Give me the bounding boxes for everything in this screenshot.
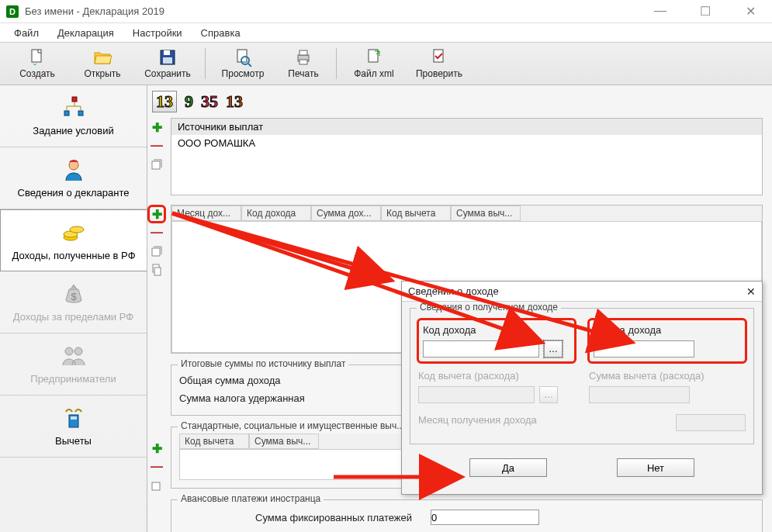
sidebar-item-deductions[interactable]: Вычеты (0, 396, 147, 458)
sidebar-item-income-rf[interactable]: Доходы, полученные в РФ (0, 209, 147, 271)
rate-35[interactable]: 35 (201, 92, 218, 112)
save-button[interactable]: Сохранить (135, 43, 200, 84)
create-button[interactable]: Создать (5, 43, 70, 84)
remove-income-button[interactable]: — (149, 225, 164, 240)
svg-point-20 (65, 347, 73, 355)
svg-rect-12 (72, 97, 77, 102)
ded-col-sum[interactable]: Сумма выч... (249, 434, 319, 449)
month-field: Месяц получения дохода (418, 414, 575, 431)
sidebar-item-entrepreneur[interactable]: Предприниматели (0, 333, 147, 396)
sidebar-label: Задание условий (33, 125, 113, 136)
svg-line-6 (248, 64, 251, 67)
rate-13-orange[interactable]: 13 (226, 92, 243, 112)
foreign-input[interactable] (431, 510, 539, 525)
total-sum-label: Общая сумма дохода (179, 375, 281, 386)
add-income-button[interactable]: ✚ (149, 206, 164, 222)
ded-sum-field: Сумма вычета (расхода) (589, 370, 746, 403)
folder-open-icon (93, 48, 112, 67)
person-icon (61, 157, 86, 182)
dialog-titlebar[interactable]: Сведения о доходе ✕ (402, 282, 762, 302)
menu-file[interactable]: Файл (6, 26, 47, 40)
svg-point-18 (70, 226, 84, 233)
sources-tools: ✚ — (149, 119, 168, 172)
svg-rect-14 (78, 111, 83, 116)
create-label: Создать (19, 68, 55, 79)
remove-deduction-button[interactable]: — (149, 459, 164, 475)
svg-rect-11 (434, 50, 443, 62)
month-label: Месяц получения дохода (418, 414, 575, 426)
window-title: Без имени - Декларация 2019 (25, 5, 645, 17)
rate-13-yellow[interactable]: 13 (152, 91, 177, 112)
sources-header: Источники выплат (171, 119, 762, 135)
open-label: Открыть (84, 68, 120, 79)
menubar: Файл Декларация Настройки Справка (0, 23, 772, 42)
copy-income-button[interactable] (149, 262, 164, 278)
deductions-title: Стандартные, социальные и имущественные … (178, 420, 407, 431)
check-icon (430, 48, 448, 67)
income-grid-header: Месяц дох... Код дохода Сумма дох... Код… (171, 206, 762, 221)
income-code-lookup-button[interactable]: … (544, 340, 563, 358)
close-button[interactable]: ✕ (735, 4, 766, 19)
dialog-title: Сведения о доходе (408, 285, 746, 297)
menu-settings[interactable]: Настройки (125, 26, 190, 40)
col-code[interactable]: Код дохода (241, 206, 311, 221)
col-month[interactable]: Месяц дох... (171, 206, 241, 221)
dialog-no-button[interactable]: Нет (617, 458, 694, 477)
open-button[interactable]: Открыть (70, 43, 135, 84)
svg-rect-24 (152, 161, 160, 169)
dialog-group-title: Сведения о полученном доходе (417, 302, 561, 313)
filexml-button[interactable]: Файл xml (341, 43, 407, 84)
svg-rect-27 (154, 268, 161, 275)
preview-button[interactable]: Просмотр (210, 43, 275, 84)
col-ded-sum[interactable]: Сумма выч... (451, 206, 521, 221)
foreign-group: Авансовые платежи иностранца Сумма фикси… (171, 499, 763, 532)
add-deduction-button[interactable]: ✚ (149, 440, 164, 456)
print-label: Печать (288, 68, 318, 79)
edit-source-button[interactable] (149, 157, 164, 172)
totals-title: Итоговые суммы по источнику выплат (178, 358, 348, 369)
income-code-field: Код дохода … (418, 320, 575, 362)
dialog-group: Сведения о полученном доходе Код дохода … (410, 308, 754, 444)
minimize-button[interactable]: — (645, 4, 676, 19)
calculator-icon (61, 406, 86, 430)
svg-rect-25 (152, 248, 160, 256)
add-source-button[interactable]: ✚ (149, 119, 164, 135)
edit-deduction-button[interactable] (149, 478, 164, 493)
col-ded-code[interactable]: Код вычета (381, 206, 451, 221)
foreign-title: Авансовые платежи иностранца (178, 493, 324, 504)
svg-rect-28 (152, 482, 160, 490)
check-button[interactable]: Проверить (407, 43, 472, 84)
source-row[interactable]: ООО РОМАШКА (171, 135, 762, 151)
rate-tabs: 13 9 35 13 (147, 88, 766, 115)
ded-code-label: Код вычета (расхода) (418, 370, 575, 382)
print-icon (294, 48, 313, 67)
new-file-icon (28, 48, 47, 67)
income-sum-input[interactable] (594, 340, 694, 358)
menu-declaration[interactable]: Декларация (50, 26, 122, 40)
income-code-label: Код дохода (423, 324, 570, 336)
ded-code-field: Код вычета (расхода) … (418, 370, 575, 403)
income-code-input[interactable] (423, 340, 539, 358)
tax-withheld-label: Сумма налога удержанная (179, 392, 305, 404)
edit-income-button[interactable] (149, 244, 164, 259)
ded-col-code[interactable]: Код вычета (179, 434, 249, 449)
filexml-label: Файл xml (354, 68, 394, 79)
save-label: Сохранить (144, 68, 191, 79)
sidebar-label: Сведения о декларанте (18, 187, 130, 199)
remove-source-button[interactable]: — (149, 138, 164, 154)
maximize-button[interactable]: ☐ (690, 4, 721, 19)
coins-icon (61, 220, 86, 245)
sidebar: Задание условий Сведения о декларанте До… (0, 85, 147, 532)
app-icon: D (6, 5, 19, 18)
rate-9[interactable]: 9 (185, 92, 193, 112)
sidebar-item-declarant[interactable]: Сведения о декларанте (0, 147, 147, 209)
dialog-yes-button[interactable]: Да (469, 458, 547, 477)
dialog-close-button[interactable]: ✕ (746, 285, 756, 298)
col-sum[interactable]: Сумма дох... (311, 206, 381, 221)
print-button[interactable]: Печать (275, 43, 331, 84)
svg-rect-13 (64, 111, 69, 116)
menu-help[interactable]: Справка (193, 26, 248, 40)
sidebar-item-conditions[interactable]: Задание условий (0, 85, 147, 147)
sidebar-item-income-abroad[interactable]: $ Доходы за пределами РФ (0, 271, 147, 333)
month-input (676, 414, 746, 431)
